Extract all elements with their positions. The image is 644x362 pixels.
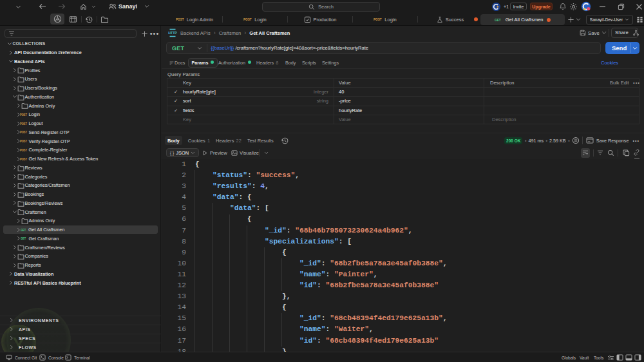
svg-text:HTTP: HTTP [168,31,177,35]
